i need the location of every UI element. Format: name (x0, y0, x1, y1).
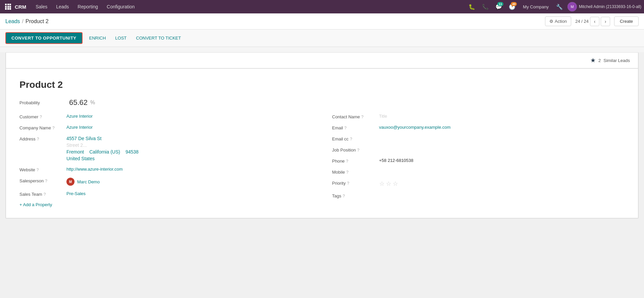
svg-rect-6 (5, 8, 7, 10)
priority-star-2[interactable]: ☆ (386, 180, 391, 187)
phone-label: Phone ? (332, 158, 379, 164)
svg-rect-0 (5, 4, 7, 5)
similar-leads-widget[interactable]: ★ 2 Similar Leads (590, 57, 630, 64)
address-field: Address ? 4557 De Silva St Street 2... F… (19, 136, 312, 161)
priority-label: Priority ? (332, 180, 379, 186)
add-property-button[interactable]: + Add a Property (19, 202, 312, 207)
address-state[interactable]: California (US) (89, 149, 120, 155)
record-navigation: 24 / 24 ‹ › (575, 17, 610, 26)
svg-rect-7 (7, 8, 9, 10)
email-value[interactable]: vauxoo@yourcompany.example.com (379, 125, 625, 130)
email-field: Email ? vauxoo@yourcompany.example.com (332, 125, 625, 130)
tags-field: Tags ? (332, 193, 625, 198)
contact-help-icon[interactable]: ? (361, 115, 364, 119)
action-toolbar: CONVERT TO OPPORTUNITY ENRICH LOST CONVE… (0, 29, 644, 47)
address-label: Address ? (19, 136, 66, 141)
contact-name-label: Contact Name ? (332, 114, 379, 119)
address-street1[interactable]: 4557 De Silva St (66, 136, 139, 141)
form-left-column: Customer ? Azure Interior Company Name ?… (19, 114, 312, 207)
menu-reporting[interactable]: Reporting (73, 2, 102, 11)
convert-to-opportunity-button[interactable]: CONVERT TO OPPORTUNITY (5, 32, 83, 44)
record-title: Product 2 (19, 79, 625, 90)
breadcrumb-leads[interactable]: Leads (5, 18, 20, 24)
mobile-help-icon[interactable]: ? (346, 170, 349, 175)
phone-help-icon[interactable]: ? (346, 159, 348, 164)
address-city[interactable]: Fremont (66, 149, 84, 155)
settings-icon[interactable]: 🔧 (554, 1, 565, 12)
lost-button[interactable]: LOST (112, 34, 129, 42)
priority-star-1[interactable]: ☆ (379, 180, 385, 187)
address-block: 4557 De Silva St Street 2... Fremont Cal… (66, 136, 139, 161)
company-name-label: Company Name ? (19, 125, 66, 130)
job-position-field: Job Position ? (332, 147, 625, 153)
svg-rect-8 (9, 8, 11, 10)
enrich-button[interactable]: ENRICH (87, 34, 109, 42)
mobile-label: Mobile ? (332, 169, 379, 175)
action-button[interactable]: ⚙ Action (545, 16, 571, 26)
menu-configuration[interactable]: Configuration (103, 2, 139, 11)
gear-icon: ⚙ (549, 19, 553, 24)
email-help-icon[interactable]: ? (344, 126, 347, 130)
salesperson-help-icon[interactable]: ? (45, 179, 47, 183)
main-menu: Sales Leads Reporting Configuration (32, 2, 466, 11)
salesperson-value[interactable]: Marc Demo (77, 179, 100, 184)
job-help-icon[interactable]: ? (357, 148, 359, 153)
tags-help-icon[interactable]: ? (343, 194, 345, 198)
svg-rect-4 (7, 6, 9, 8)
website-field: Website ? http://www.azure-interior.com (19, 167, 312, 172)
contact-name-field: Contact Name ? Title (332, 114, 625, 119)
website-value[interactable]: http://www.azure-interior.com (66, 167, 312, 172)
user-menu[interactable]: M Mitchell Admin (21333693-16-0-all) (567, 2, 641, 11)
apps-icon[interactable] (3, 1, 13, 12)
sales-team-label: Sales Team ? (19, 191, 66, 197)
topnav-right: 🐛 📞 💬 11 🕐 40 My Company 🔧 M Mitchell Ad… (466, 1, 641, 12)
mobile-field: Mobile ? (332, 169, 625, 175)
company-name-value[interactable]: Azure Interior (66, 125, 312, 130)
probability-unit: % (90, 100, 95, 106)
star-icon: ★ (590, 57, 596, 64)
menu-leads[interactable]: Leads (52, 2, 73, 11)
create-button[interactable]: Create (614, 16, 639, 26)
sales-team-help-icon[interactable]: ? (44, 192, 46, 197)
address-help-icon[interactable]: ? (37, 137, 39, 141)
prev-record-button[interactable]: ‹ (590, 17, 599, 26)
phone-icon[interactable]: 📞 (480, 1, 491, 12)
clock-badge: 40 (511, 2, 517, 6)
form-section: Customer ? Azure Interior Company Name ?… (19, 114, 625, 207)
breadcrumb-actions: ⚙ Action 24 / 24 ‹ › Create (545, 16, 639, 26)
similar-leads-bar: ★ 2 Similar Leads (6, 53, 638, 68)
priority-star-3[interactable]: ☆ (393, 180, 398, 187)
probability-row: Probability 65.62 % (19, 98, 625, 107)
bug-icon[interactable]: 🐛 (466, 1, 477, 12)
chat-icon[interactable]: 💬 11 (493, 1, 504, 12)
next-record-button[interactable]: › (601, 17, 610, 26)
address-street2[interactable]: Street 2... (66, 142, 139, 148)
priority-stars: ☆ ☆ ☆ (379, 180, 398, 187)
priority-help-icon[interactable]: ? (347, 181, 349, 186)
email-cc-help-icon[interactable]: ? (350, 137, 352, 141)
similar-leads-count: 2 (598, 58, 601, 63)
company-help-icon[interactable]: ? (52, 126, 55, 130)
svg-rect-1 (7, 4, 9, 5)
user-avatar: M (567, 2, 577, 11)
customer-label: Customer ? (19, 114, 66, 119)
customer-value[interactable]: Azure Interior (66, 114, 312, 119)
sales-team-value[interactable]: Pre-Sales (66, 191, 312, 196)
phone-value[interactable]: +58 212-6810538 (379, 158, 625, 163)
menu-sales[interactable]: Sales (32, 2, 51, 11)
salesperson-label: Salesperson ? (19, 178, 66, 183)
website-help-icon[interactable]: ? (37, 168, 39, 172)
breadcrumb-current: Product 2 (26, 18, 48, 24)
convert-to-ticket-button[interactable]: CONVERT TO TICKET (133, 34, 184, 42)
probability-value[interactable]: 65.62 (69, 98, 88, 107)
website-label: Website ? (19, 167, 66, 172)
address-country[interactable]: United States (66, 156, 139, 161)
salesperson-avatar: M (66, 178, 75, 186)
address-zip[interactable]: 94538 (126, 149, 139, 155)
action-label: Action (555, 19, 567, 24)
salesperson-row: M Marc Demo (66, 178, 100, 186)
customer-help-icon[interactable]: ? (40, 115, 42, 119)
svg-rect-2 (9, 4, 11, 5)
clock-icon[interactable]: 🕐 40 (507, 1, 517, 12)
contact-name-value[interactable]: Title (379, 114, 625, 119)
